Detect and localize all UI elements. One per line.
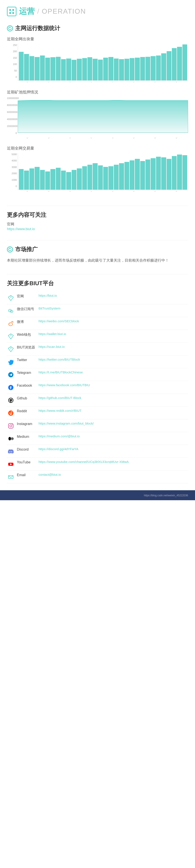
bar	[130, 58, 134, 81]
more-content-title: 更多内容可关注	[7, 211, 188, 219]
platform-link[interactable]: https://wallet.biut.io	[39, 332, 188, 336]
bar	[72, 170, 76, 190]
platform-row: YouTubehttps://www.youtube.com/channel/U…	[7, 458, 188, 470]
bar	[87, 165, 92, 190]
chart1-label: 近期全网出块量	[7, 36, 188, 41]
x-label: 09/29	[48, 191, 52, 192]
chart3-y-axis: 0 1000 2000 3000 4000 5000	[7, 153, 18, 193]
platform-link[interactable]: https://t.me/BIUTBlockChinese	[39, 370, 188, 374]
svg-point-11	[11, 311, 11, 312]
platform-icon-telegram	[7, 371, 15, 379]
x-label: 12/22	[112, 191, 116, 192]
svg-rect-36	[8, 475, 13, 478]
platform-link[interactable]: https://www.reddit.com/r/BIUT	[39, 409, 188, 412]
x-label: 09/01	[26, 137, 31, 139]
platform-link[interactable]: https://twitter.com/BIUTBlock	[39, 358, 188, 361]
platform-row: Instagramhttps://www.instagram.com/biut_…	[7, 420, 188, 432]
bar	[119, 163, 124, 190]
platform-row: 微博https://weibo.com/SECblock	[7, 317, 188, 330]
platform-row: Reddithttps://www.reddit.com/r/BIUT	[7, 407, 188, 420]
bar	[151, 158, 155, 190]
bar	[135, 159, 140, 190]
bar	[130, 160, 134, 190]
platform-icon-weibo	[7, 320, 15, 328]
platform-link[interactable]: https://discord.gg/4dYFwYA	[39, 447, 188, 451]
bar	[172, 156, 177, 190]
platform-icon-medium	[7, 435, 15, 442]
footer-text: https://blog.csdn.net/weixin_45222036	[144, 494, 188, 497]
x-label: 09/01	[26, 191, 31, 192]
bar	[98, 165, 103, 190]
platform-link[interactable]: https://github.com/BIUT-Block	[39, 396, 188, 400]
chart2-label: 近期矿池抵押情况	[7, 90, 188, 95]
bar	[146, 57, 150, 81]
bar	[124, 162, 129, 190]
bar	[140, 161, 145, 190]
bar	[161, 157, 166, 190]
platform-link[interactable]: https://www.instagram.com/biut_block/	[39, 422, 188, 425]
more-item-website: 官网 https://www.biut.io	[7, 222, 188, 231]
bar	[19, 169, 24, 190]
platform-link[interactable]: https://www.youtube.com/channel/UCq3lrlX…	[39, 460, 188, 464]
market-title: 市场推广	[7, 246, 188, 253]
x-label: 03/15	[175, 82, 180, 83]
platform-row: 官网https://biut.io	[7, 291, 188, 304]
platform-link[interactable]: https://weibo.com/SECblock	[39, 319, 188, 323]
bar	[103, 167, 108, 190]
bar	[183, 44, 187, 81]
bar	[40, 170, 45, 190]
platform-name: 微信订阅号	[17, 306, 39, 311]
svg-rect-28	[8, 424, 13, 428]
more-item-label: 官网	[7, 222, 188, 227]
bar	[135, 58, 140, 81]
platform-link[interactable]: contact@biut.io	[39, 473, 188, 476]
bar	[24, 54, 29, 81]
bar	[24, 170, 29, 190]
chart1-bars	[18, 44, 188, 81]
platform-row: Discordhttps://discord.gg/4dYFwYA	[7, 445, 188, 458]
platform-icon-github	[7, 396, 15, 404]
platform-name: Facebook	[17, 383, 39, 388]
bar	[114, 59, 119, 81]
chart2-x-axis: 09/0109/2910/2711/2412/2201/1902/1603/15	[18, 137, 188, 140]
platform-row: BIUT浏览器https://scan.biut.io	[7, 343, 188, 355]
platform-icon-reddit	[7, 409, 15, 417]
bar	[98, 60, 103, 81]
platform-name: 官网	[17, 294, 39, 299]
bar	[177, 155, 182, 190]
x-label: 09/01	[26, 82, 31, 83]
x-label: 03/15	[175, 137, 180, 139]
bar	[109, 166, 113, 190]
header-icon	[7, 7, 16, 16]
platform-icon-diamond	[7, 333, 15, 340]
platform-link[interactable]: BitTrustSystem	[39, 306, 188, 310]
more-content-section: 更多内容可关注 官网 https://www.biut.io	[0, 208, 195, 239]
bar	[140, 57, 145, 81]
svg-point-30	[12, 424, 12, 425]
platform-row: Facebookhttps://www.facebook.com/BIUTBIU	[7, 381, 188, 394]
svg-rect-0	[9, 9, 11, 11]
bar	[56, 168, 61, 190]
platform-link[interactable]: https://medium.com/@biut.io	[39, 434, 188, 438]
bar	[45, 172, 50, 190]
bar	[77, 168, 82, 190]
platform-name: Telegram	[17, 370, 39, 375]
bar	[72, 60, 76, 81]
market-text: 本期社区增量部分持续增长，进而市场反馈积极，由此吸引了大量关注，目前相关合作积极…	[7, 257, 188, 264]
platform-name: Web钱包	[17, 332, 39, 337]
x-label: 02/16	[154, 191, 158, 192]
platform-title: 关注更多BIUT平台	[7, 280, 188, 287]
bar	[156, 56, 161, 81]
bar	[124, 59, 129, 81]
platform-name: BIUT浏览器	[17, 345, 39, 350]
platform-link[interactable]: https://scan.biut.io	[39, 345, 188, 348]
svg-point-33	[13, 438, 14, 440]
platform-link[interactable]: https://biut.io	[39, 294, 188, 297]
bar	[61, 170, 66, 190]
x-label: 01/19	[133, 191, 137, 192]
refresh-icon-2	[7, 246, 13, 252]
refresh-icon-1	[7, 25, 13, 31]
bar	[45, 58, 50, 81]
main-stats-title: 主网运行数据统计	[7, 25, 188, 32]
platform-link[interactable]: https://www.facebook.com/BIUTBIU	[39, 383, 188, 387]
